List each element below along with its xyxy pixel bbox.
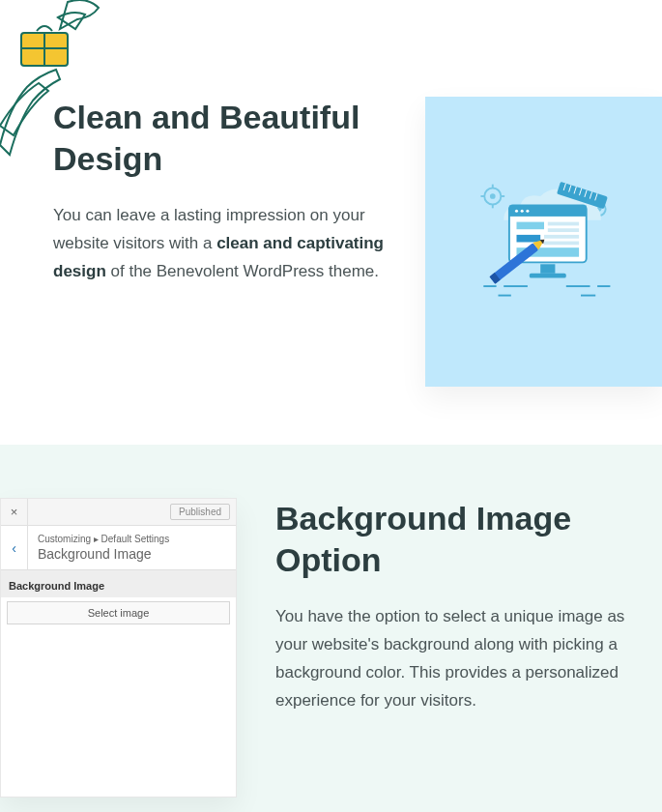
svg-point-12 bbox=[520, 209, 523, 212]
svg-rect-14 bbox=[516, 221, 544, 229]
close-icon[interactable]: × bbox=[1, 499, 28, 525]
publish-status-button[interactable]: Published bbox=[170, 504, 230, 520]
svg-point-11 bbox=[514, 209, 517, 212]
text-column: Background Image Option You have the opt… bbox=[237, 498, 662, 798]
customizer-breadcrumb-row: ‹ Customizing ▸ Default Settings Backgro… bbox=[1, 526, 236, 570]
svg-point-13 bbox=[526, 209, 529, 212]
breadcrumb-path: Customizing ▸ Default Settings bbox=[38, 534, 169, 544]
svg-rect-15 bbox=[547, 221, 578, 225]
monitor-design-icon bbox=[452, 167, 636, 317]
section-body: You have the option to select a unique i… bbox=[275, 603, 633, 715]
field-label: Background Image bbox=[1, 570, 236, 597]
chevron-left-icon[interactable]: ‹ bbox=[1, 526, 28, 569]
feature-section-background: × Published ‹ Customizing ▸ Default Sett… bbox=[0, 445, 662, 812]
section-heading: Background Image Option bbox=[275, 498, 633, 580]
svg-rect-17 bbox=[516, 234, 540, 242]
feature-section-design: Clean and Beautiful Design You can leave… bbox=[0, 0, 662, 445]
gift-hands-illustration bbox=[0, 0, 106, 160]
svg-rect-16 bbox=[547, 228, 578, 232]
image-column bbox=[425, 97, 662, 387]
breadcrumb-current: Background Image bbox=[38, 546, 169, 562]
customizer-column: × Published ‹ Customizing ▸ Default Sett… bbox=[0, 498, 237, 798]
design-illustration-card bbox=[425, 97, 662, 387]
svg-rect-18 bbox=[544, 234, 579, 238]
breadcrumb: Customizing ▸ Default Settings Backgroun… bbox=[28, 526, 179, 569]
svg-rect-19 bbox=[544, 241, 579, 245]
select-image-button[interactable]: Select image bbox=[7, 601, 230, 624]
svg-rect-21 bbox=[540, 264, 555, 274]
customizer-panel: × Published ‹ Customizing ▸ Default Sett… bbox=[0, 498, 237, 798]
body-after: of the Benevolent WordPress theme. bbox=[106, 262, 379, 280]
section-body: You can leave a lasting impression on yo… bbox=[53, 202, 387, 286]
customizer-topbar: × Published bbox=[1, 499, 236, 526]
svg-point-2 bbox=[489, 193, 495, 199]
svg-rect-22 bbox=[529, 273, 565, 277]
